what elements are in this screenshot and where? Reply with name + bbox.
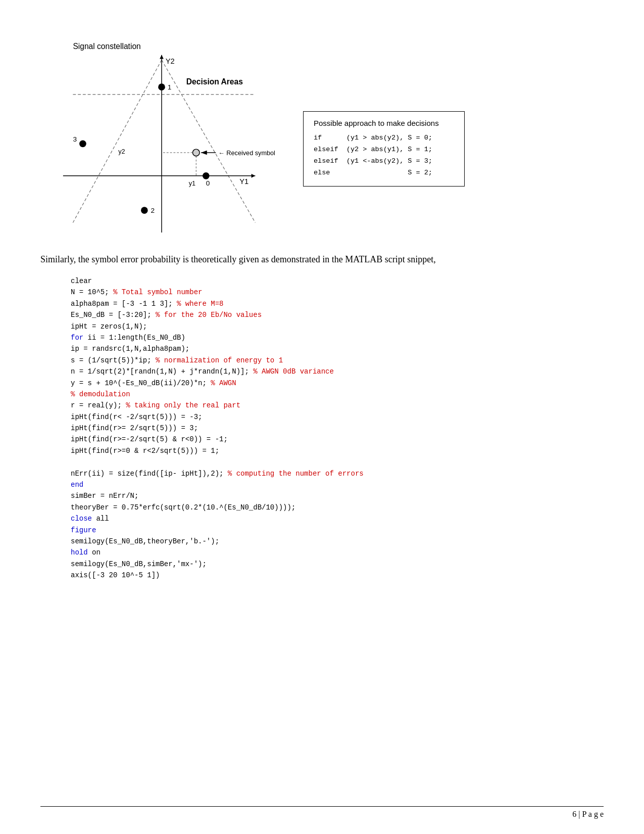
- y2-small-label: y2: [118, 148, 125, 155]
- point-3-label: 3: [73, 135, 77, 143]
- constellation-svg: Signal constellation Y2 Y1 y2: [40, 30, 283, 233]
- svg-marker-5: [252, 174, 256, 178]
- paragraph: Similarly, the symbol error probability …: [40, 253, 604, 266]
- point-1: [158, 83, 165, 90]
- decision-box: Possible approach to make decisions if (…: [303, 111, 465, 187]
- constellation-diagram: Signal constellation Y2 Y1 y2: [40, 30, 283, 233]
- decision-code: if (y1 > abs(y2), S = 0; elseif (y2 > ab…: [314, 132, 454, 179]
- point-2: [141, 207, 148, 214]
- origin-label: 0: [206, 179, 210, 187]
- svg-marker-6: [160, 55, 164, 59]
- code-line-clear: clear: [71, 277, 92, 285]
- svg-line-0: [73, 60, 162, 223]
- page-number: 6 | P a g e: [572, 810, 604, 818]
- diagram-section: Signal constellation Y2 Y1 y2: [40, 30, 604, 233]
- page-footer: 6 | P a g e: [40, 806, 604, 819]
- point-1-label: 1: [168, 83, 172, 91]
- diagram-title: Signal constellation: [73, 42, 140, 51]
- y1-axis-label: Y1: [239, 177, 249, 186]
- y2-axis-label: Y2: [166, 57, 175, 65]
- received-symbol-point: [192, 149, 200, 156]
- y1-small-label: y1: [189, 180, 195, 187]
- decision-box-title: Possible approach to make decisions: [314, 119, 454, 127]
- point-3: [79, 141, 86, 148]
- point-2-label: 2: [151, 207, 155, 214]
- decision-areas-label: Decision Areas: [186, 77, 243, 86]
- paragraph-text: Similarly, the symbol error probability …: [40, 254, 436, 264]
- point-0: [203, 172, 210, 179]
- received-symbol-label: ← Received symbol: [218, 150, 275, 157]
- code-block: clear N = 10^5; % Total symbol number al…: [71, 275, 604, 581]
